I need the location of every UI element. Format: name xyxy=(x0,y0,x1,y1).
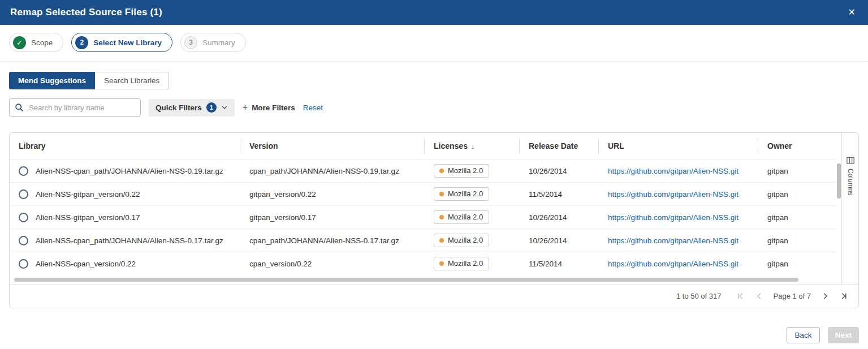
pagination-range: 1 to 50 of 317 xyxy=(676,292,722,300)
row-radio-button[interactable] xyxy=(19,189,28,199)
release-date-cell: 10/26/2014 xyxy=(520,213,599,222)
table-row: Alien-NSS-cpan_path/JOHANNA/Alien-NSS-0.… xyxy=(10,229,836,252)
column-header-url[interactable]: URL xyxy=(599,139,758,153)
filter-bar: Quick Filters 1 + More Filters Reset xyxy=(9,98,859,117)
columns-panel-toggle[interactable]: Columns xyxy=(841,133,858,284)
owner-cell: gitpan xyxy=(758,213,836,222)
version-cell: gitpan_version/0.22 xyxy=(240,190,425,199)
library-cell: Alien-NSS-gitpan_version/0.17 xyxy=(36,213,140,222)
library-cell: Alien-NSS-cpan_path/JOHANNA/Alien-NSS-0.… xyxy=(36,236,223,245)
modal-header: Remap Selected Source Files (1) ✕ xyxy=(0,0,868,25)
table-body: Alien-NSS-cpan_path/JOHANNA/Alien-NSS-0.… xyxy=(10,159,836,275)
search-icon xyxy=(15,103,24,112)
license-label: Mozilla 2.0 xyxy=(448,213,483,221)
table-row: Alien-NSS-gitpan_version/0.17 gitpan_ver… xyxy=(10,205,836,229)
step-label: Summary xyxy=(202,38,235,47)
license-badge: Mozilla 2.0 xyxy=(434,187,489,201)
next-button[interactable]: Next xyxy=(828,327,859,343)
stepper: ✓ Scope 2 Select New Library 3 Summary xyxy=(0,25,868,62)
release-date-cell: 11/5/2014 xyxy=(520,190,599,199)
license-badge: Mozilla 2.0 xyxy=(434,257,489,270)
version-cell: cpan_path/JOHANNA/Alien-NSS-0.17.tar.gz xyxy=(240,236,425,245)
column-header-licenses[interactable]: Licenses ↓ xyxy=(425,139,520,153)
pagination-nav: Page 1 of 7 xyxy=(736,292,849,300)
licenses-cell: Mozilla 2.0 xyxy=(425,187,520,201)
release-date-cell: 11/5/2014 xyxy=(520,260,599,268)
license-badge: Mozilla 2.0 xyxy=(434,164,489,178)
chevron-down-icon xyxy=(221,104,228,111)
owner-cell: gitpan xyxy=(758,260,836,268)
license-badge: Mozilla 2.0 xyxy=(434,234,489,247)
version-cell: cpan_version/0.22 xyxy=(240,260,425,268)
pagination-bar: 1 to 50 of 317 Page 1 of 7 xyxy=(10,284,858,308)
step-scope[interactable]: ✓ Scope xyxy=(9,33,63,52)
sort-desc-icon[interactable]: ↓ xyxy=(471,142,475,150)
next-page-button[interactable] xyxy=(821,292,830,300)
license-dot-icon xyxy=(439,192,444,196)
close-icon[interactable]: ✕ xyxy=(846,6,858,19)
license-dot-icon xyxy=(439,261,444,266)
owner-cell: gitpan xyxy=(758,190,836,199)
url-link[interactable]: https://github.com/gitpan/Alien-NSS.git xyxy=(608,260,739,268)
step-select-new-library[interactable]: 2 Select New Library xyxy=(71,33,172,52)
table-row: Alien-NSS-cpan_path/JOHANNA/Alien-NSS-0.… xyxy=(10,159,836,182)
licenses-cell: Mozilla 2.0 xyxy=(425,257,520,270)
columns-panel-label: Columns xyxy=(847,169,854,195)
row-radio-button[interactable] xyxy=(19,213,28,222)
vertical-scrollbar xyxy=(836,133,841,284)
plus-icon: + xyxy=(243,102,248,113)
license-dot-icon xyxy=(439,169,444,173)
tab-mend-suggestions[interactable]: Mend Suggestions xyxy=(9,72,95,89)
quick-filters-button[interactable]: Quick Filters 1 xyxy=(149,99,235,117)
owner-cell: gitpan xyxy=(758,236,836,245)
version-cell: gitpan_version/0.17 xyxy=(240,213,425,222)
license-label: Mozilla 2.0 xyxy=(448,166,483,175)
owner-cell: gitpan xyxy=(758,167,836,175)
column-header-library[interactable]: Library xyxy=(10,139,240,153)
licenses-cell: Mozilla 2.0 xyxy=(425,234,520,247)
search-input[interactable] xyxy=(9,98,141,117)
tab-group: Mend Suggestions Search Libraries xyxy=(9,72,169,89)
step-summary[interactable]: 3 Summary xyxy=(180,33,246,52)
horizontal-scrollbar xyxy=(10,275,836,284)
horizontal-scrollbar-thumb[interactable] xyxy=(14,278,798,282)
tab-search-libraries[interactable]: Search Libraries xyxy=(95,72,169,89)
license-label: Mozilla 2.0 xyxy=(448,236,483,244)
more-filters-label: More Filters xyxy=(252,104,295,112)
library-cell: Alien-NSS-cpan_version/0.22 xyxy=(36,260,136,268)
column-header-owner[interactable]: Owner xyxy=(758,139,836,153)
url-link[interactable]: https://github.com/gitpan/Alien-NSS.git xyxy=(608,213,739,222)
quick-filters-count-badge: 1 xyxy=(206,102,217,113)
table-row: Alien-NSS-cpan_version/0.22 cpan_version… xyxy=(10,252,836,275)
release-date-cell: 10/26/2014 xyxy=(520,236,599,245)
release-date-cell: 10/26/2014 xyxy=(520,167,599,175)
vertical-scrollbar-thumb[interactable] xyxy=(837,163,841,199)
column-header-release-date[interactable]: Release Date xyxy=(520,139,599,153)
library-cell: Alien-NSS-gitpan_version/0.22 xyxy=(36,190,140,199)
table-row: Alien-NSS-gitpan_version/0.22 gitpan_ver… xyxy=(10,182,836,205)
licenses-header-label: Licenses xyxy=(434,141,468,150)
license-label: Mozilla 2.0 xyxy=(448,259,483,268)
first-page-button[interactable] xyxy=(736,292,745,300)
column-header-version[interactable]: Version xyxy=(240,139,425,153)
row-radio-button[interactable] xyxy=(19,259,28,269)
previous-page-button[interactable] xyxy=(755,292,763,300)
url-link[interactable]: https://github.com/gitpan/Alien-NSS.git xyxy=(608,167,739,175)
step-number: 3 xyxy=(184,36,197,49)
license-dot-icon xyxy=(439,238,444,243)
url-link[interactable]: https://github.com/gitpan/Alien-NSS.git xyxy=(608,236,739,245)
more-filters-button[interactable]: + More Filters xyxy=(243,102,295,113)
library-grid: Library Version Licenses ↓ Release Date … xyxy=(10,133,836,284)
back-button[interactable]: Back xyxy=(787,327,820,343)
row-radio-button[interactable] xyxy=(19,166,28,176)
licenses-cell: Mozilla 2.0 xyxy=(425,210,520,224)
license-dot-icon xyxy=(439,215,444,219)
last-page-button[interactable] xyxy=(840,292,848,300)
library-table-panel: Library Version Licenses ↓ Release Date … xyxy=(9,132,859,308)
footer-actions: Back Next xyxy=(9,327,859,343)
modal-title: Remap Selected Source Files (1) xyxy=(10,7,162,18)
url-link[interactable]: https://github.com/gitpan/Alien-NSS.git xyxy=(608,190,739,199)
reset-filters-link[interactable]: Reset xyxy=(303,104,323,112)
pagination-page-label: Page 1 of 7 xyxy=(774,292,811,300)
row-radio-button[interactable] xyxy=(19,236,28,245)
